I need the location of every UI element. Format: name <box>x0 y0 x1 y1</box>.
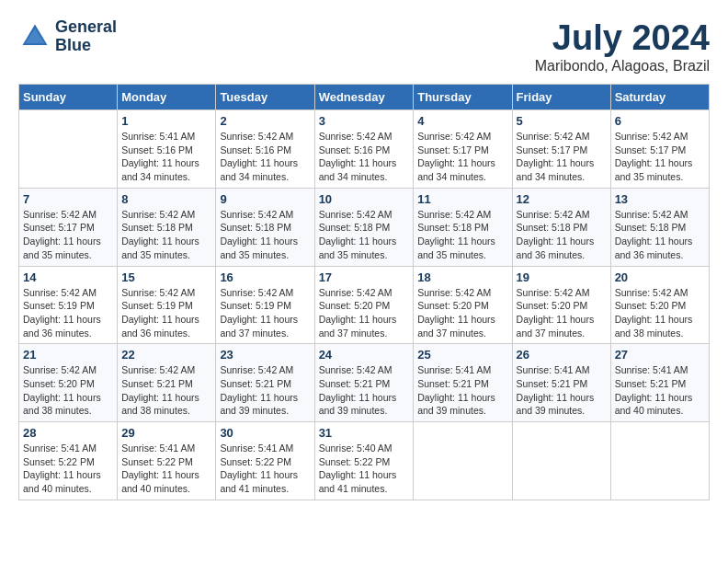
column-header-friday: Friday <box>512 85 610 110</box>
calendar-cell: 23Sunrise: 5:42 AM Sunset: 5:21 PM Dayli… <box>216 344 314 422</box>
day-info: Sunrise: 5:41 AM Sunset: 5:16 PM Dayligh… <box>121 130 211 184</box>
day-number: 16 <box>220 270 310 284</box>
calendar-cell: 29Sunrise: 5:41 AM Sunset: 5:22 PM Dayli… <box>118 422 216 500</box>
day-info: Sunrise: 5:41 AM Sunset: 5:21 PM Dayligh… <box>615 363 705 418</box>
day-number: 26 <box>517 348 607 362</box>
calendar-cell: 18Sunrise: 5:42 AM Sunset: 5:20 PM Dayli… <box>414 266 512 344</box>
calendar-week-1: 1Sunrise: 5:41 AM Sunset: 5:16 PM Daylig… <box>19 110 710 189</box>
day-info: Sunrise: 5:41 AM Sunset: 5:22 PM Dayligh… <box>23 442 113 496</box>
day-number: 9 <box>220 192 310 206</box>
day-info: Sunrise: 5:42 AM Sunset: 5:16 PM Dayligh… <box>319 130 410 184</box>
day-number: 30 <box>220 426 310 440</box>
calendar-cell: 21Sunrise: 5:42 AM Sunset: 5:20 PM Dayli… <box>19 344 118 422</box>
day-number: 3 <box>319 114 410 128</box>
day-info: Sunrise: 5:42 AM Sunset: 5:17 PM Dayligh… <box>615 130 705 184</box>
calendar-cell: 13Sunrise: 5:42 AM Sunset: 5:18 PM Dayli… <box>610 188 709 266</box>
calendar-table: SundayMondayTuesdayWednesdayThursdayFrid… <box>18 84 710 500</box>
day-info: Sunrise: 5:42 AM Sunset: 5:21 PM Dayligh… <box>121 363 211 418</box>
day-info: Sunrise: 5:42 AM Sunset: 5:20 PM Dayligh… <box>319 286 410 340</box>
calendar-cell: 22Sunrise: 5:42 AM Sunset: 5:21 PM Dayli… <box>118 344 216 422</box>
calendar-cell: 12Sunrise: 5:42 AM Sunset: 5:18 PM Dayli… <box>512 188 610 266</box>
day-info: Sunrise: 5:41 AM Sunset: 5:21 PM Dayligh… <box>517 363 607 418</box>
day-number: 29 <box>121 426 211 440</box>
day-number: 8 <box>121 192 211 206</box>
day-info: Sunrise: 5:42 AM Sunset: 5:17 PM Dayligh… <box>517 130 607 184</box>
day-number: 6 <box>615 114 705 128</box>
calendar-cell: 9Sunrise: 5:42 AM Sunset: 5:18 PM Daylig… <box>216 188 314 266</box>
calendar-cell: 4Sunrise: 5:42 AM Sunset: 5:17 PM Daylig… <box>414 110 512 189</box>
day-number: 28 <box>23 426 113 440</box>
calendar-week-4: 21Sunrise: 5:42 AM Sunset: 5:20 PM Dayli… <box>19 344 710 422</box>
calendar-cell: 2Sunrise: 5:42 AM Sunset: 5:16 PM Daylig… <box>216 110 314 189</box>
subtitle: Maribondo, Alagoas, Brazil <box>535 58 710 75</box>
day-info: Sunrise: 5:41 AM Sunset: 5:21 PM Dayligh… <box>417 363 507 418</box>
calendar-week-3: 14Sunrise: 5:42 AM Sunset: 5:19 PM Dayli… <box>19 266 710 344</box>
day-number: 15 <box>121 270 211 284</box>
day-number: 23 <box>220 348 310 362</box>
calendar-week-2: 7Sunrise: 5:42 AM Sunset: 5:17 PM Daylig… <box>19 188 710 266</box>
page-header: General Blue July 2024 Maribondo, Alagoa… <box>18 18 710 75</box>
column-header-tuesday: Tuesday <box>216 85 314 110</box>
day-info: Sunrise: 5:42 AM Sunset: 5:17 PM Dayligh… <box>417 130 507 184</box>
calendar-cell: 17Sunrise: 5:42 AM Sunset: 5:20 PM Dayli… <box>314 266 414 344</box>
day-number: 5 <box>517 114 607 128</box>
day-info: Sunrise: 5:42 AM Sunset: 5:19 PM Dayligh… <box>220 286 310 340</box>
calendar-cell: 25Sunrise: 5:41 AM Sunset: 5:21 PM Dayli… <box>414 344 512 422</box>
day-info: Sunrise: 5:42 AM Sunset: 5:16 PM Dayligh… <box>220 130 310 184</box>
calendar-cell: 1Sunrise: 5:41 AM Sunset: 5:16 PM Daylig… <box>118 110 216 189</box>
day-number: 1 <box>121 114 211 128</box>
day-info: Sunrise: 5:42 AM Sunset: 5:20 PM Dayligh… <box>615 286 705 340</box>
day-info: Sunrise: 5:42 AM Sunset: 5:18 PM Dayligh… <box>417 208 507 262</box>
day-number: 7 <box>23 192 113 206</box>
day-info: Sunrise: 5:42 AM Sunset: 5:19 PM Dayligh… <box>121 286 211 340</box>
day-number: 4 <box>417 114 507 128</box>
day-number: 19 <box>517 270 607 284</box>
column-header-sunday: Sunday <box>19 85 118 110</box>
day-number: 2 <box>220 114 310 128</box>
calendar-cell <box>610 422 709 500</box>
day-info: Sunrise: 5:42 AM Sunset: 5:21 PM Dayligh… <box>319 363 410 418</box>
calendar-cell: 24Sunrise: 5:42 AM Sunset: 5:21 PM Dayli… <box>314 344 414 422</box>
title-block: July 2024 Maribondo, Alagoas, Brazil <box>535 18 710 75</box>
day-number: 20 <box>615 270 705 284</box>
day-number: 27 <box>615 348 705 362</box>
day-info: Sunrise: 5:42 AM Sunset: 5:18 PM Dayligh… <box>319 208 410 262</box>
column-header-thursday: Thursday <box>414 85 512 110</box>
day-number: 18 <box>417 270 507 284</box>
day-info: Sunrise: 5:41 AM Sunset: 5:22 PM Dayligh… <box>121 442 211 496</box>
calendar-cell <box>512 422 610 500</box>
calendar-cell: 14Sunrise: 5:42 AM Sunset: 5:19 PM Dayli… <box>19 266 118 344</box>
main-title: July 2024 <box>535 18 710 58</box>
calendar-cell: 10Sunrise: 5:42 AM Sunset: 5:18 PM Dayli… <box>314 188 414 266</box>
day-info: Sunrise: 5:40 AM Sunset: 5:22 PM Dayligh… <box>319 442 410 496</box>
day-info: Sunrise: 5:42 AM Sunset: 5:20 PM Dayligh… <box>23 363 113 418</box>
logo-text: General Blue <box>55 18 117 55</box>
day-info: Sunrise: 5:42 AM Sunset: 5:18 PM Dayligh… <box>615 208 705 262</box>
calendar-cell: 15Sunrise: 5:42 AM Sunset: 5:19 PM Dayli… <box>118 266 216 344</box>
day-number: 17 <box>319 270 410 284</box>
column-header-wednesday: Wednesday <box>314 85 414 110</box>
calendar-cell: 30Sunrise: 5:41 AM Sunset: 5:22 PM Dayli… <box>216 422 314 500</box>
calendar-cell: 8Sunrise: 5:42 AM Sunset: 5:18 PM Daylig… <box>118 188 216 266</box>
day-info: Sunrise: 5:42 AM Sunset: 5:18 PM Dayligh… <box>121 208 211 262</box>
day-info: Sunrise: 5:42 AM Sunset: 5:18 PM Dayligh… <box>220 208 310 262</box>
calendar-cell: 11Sunrise: 5:42 AM Sunset: 5:18 PM Dayli… <box>414 188 512 266</box>
calendar-cell: 31Sunrise: 5:40 AM Sunset: 5:22 PM Dayli… <box>314 422 414 500</box>
column-header-monday: Monday <box>118 85 216 110</box>
day-number: 14 <box>23 270 113 284</box>
calendar-cell <box>414 422 512 500</box>
day-info: Sunrise: 5:42 AM Sunset: 5:20 PM Dayligh… <box>517 286 607 340</box>
day-number: 10 <box>319 192 410 206</box>
day-info: Sunrise: 5:42 AM Sunset: 5:19 PM Dayligh… <box>23 286 113 340</box>
day-info: Sunrise: 5:42 AM Sunset: 5:20 PM Dayligh… <box>417 286 507 340</box>
calendar-cell: 5Sunrise: 5:42 AM Sunset: 5:17 PM Daylig… <box>512 110 610 189</box>
day-number: 24 <box>319 348 410 362</box>
day-number: 21 <box>23 348 113 362</box>
day-info: Sunrise: 5:42 AM Sunset: 5:17 PM Dayligh… <box>23 208 113 262</box>
calendar-cell: 3Sunrise: 5:42 AM Sunset: 5:16 PM Daylig… <box>314 110 414 189</box>
logo: General Blue <box>18 18 117 55</box>
calendar-cell: 28Sunrise: 5:41 AM Sunset: 5:22 PM Dayli… <box>19 422 118 500</box>
day-info: Sunrise: 5:42 AM Sunset: 5:18 PM Dayligh… <box>517 208 607 262</box>
calendar-cell: 27Sunrise: 5:41 AM Sunset: 5:21 PM Dayli… <box>610 344 709 422</box>
calendar-cell: 19Sunrise: 5:42 AM Sunset: 5:20 PM Dayli… <box>512 266 610 344</box>
